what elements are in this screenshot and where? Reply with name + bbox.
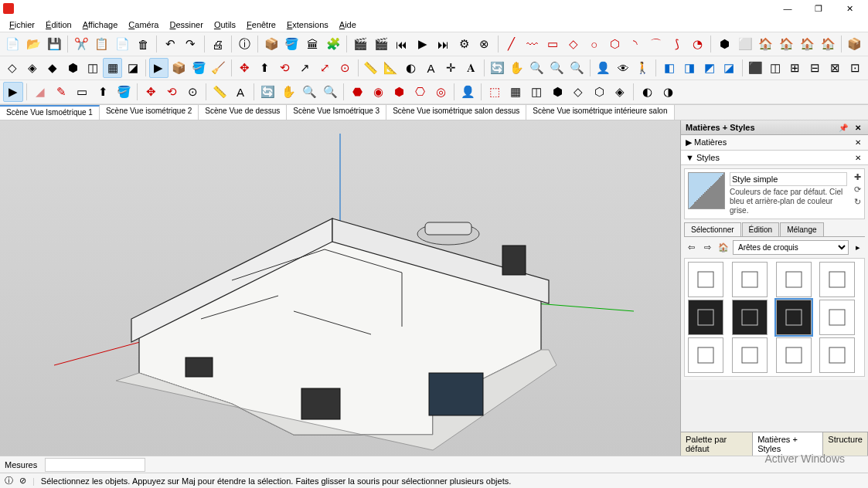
style-cell[interactable] [688, 262, 723, 297]
solid6-icon[interactable]: ⊡ [846, 58, 865, 78]
style-name-input[interactable] [730, 172, 847, 186]
pencil-icon[interactable]: ✎ [51, 82, 71, 102]
left-view-icon[interactable]: 🏠 [818, 34, 838, 54]
sandbox7-icon[interactable]: ◈ [610, 82, 630, 102]
extension-icon[interactable]: 🧩 [324, 34, 344, 54]
extra2-icon[interactable]: ◑ [658, 82, 678, 102]
status-help-icon[interactable]: ⊘ [19, 476, 26, 486]
section-icon[interactable]: ◧ [659, 58, 679, 78]
style-cell[interactable] [819, 262, 855, 297]
position-camera-icon[interactable]: 👤 [594, 58, 613, 78]
scene-delete-icon[interactable]: ⊗ [475, 34, 495, 54]
text2-icon[interactable]: A [230, 82, 250, 102]
save-icon[interactable]: 💾 [45, 34, 65, 54]
shape2-icon[interactable]: ◈ [23, 58, 43, 78]
move2-icon[interactable]: ✥ [141, 82, 161, 102]
delete-icon[interactable]: 🗑 [134, 34, 154, 54]
user-icon[interactable]: 👤 [458, 82, 478, 102]
section-styles-close-icon[interactable]: ✕ [853, 154, 863, 162]
menu-draw[interactable]: Dessiner [165, 19, 207, 31]
dimension-icon[interactable]: 📐 [381, 58, 400, 78]
select-tool-icon[interactable]: ▶ [149, 58, 168, 78]
minimize-button[interactable]: — [772, 0, 803, 17]
style-cell[interactable] [732, 262, 768, 297]
plugin5-icon[interactable]: ◎ [431, 82, 451, 102]
plugin4-icon[interactable]: ⎔ [410, 82, 430, 102]
scene-tab-2[interactable]: Scène Vue isométrique 2 [100, 105, 199, 120]
copy-icon[interactable]: 📋 [92, 34, 112, 54]
paint2-icon[interactable]: 🪣 [114, 82, 134, 102]
shape5-icon[interactable]: ◫ [83, 58, 102, 78]
sandbox6-icon[interactable]: ⬡ [589, 82, 609, 102]
arc2-icon[interactable]: ⌒ [646, 34, 666, 54]
measures-input[interactable] [45, 458, 145, 472]
style-cell[interactable] [688, 337, 723, 373]
pan-icon[interactable]: ✋ [507, 58, 526, 78]
sandbox2-icon[interactable]: ▦ [505, 82, 526, 102]
pin-icon[interactable]: 📌 [836, 124, 850, 132]
nav-home-icon[interactable]: 🏠 [717, 241, 730, 255]
nav-forward-icon[interactable]: ⇨ [700, 241, 714, 255]
scene-tab-3[interactable]: Scène Vue de dessus [199, 105, 287, 120]
zoom2-icon[interactable]: 🔍 [299, 82, 319, 102]
protractor-icon[interactable]: ◐ [401, 58, 420, 78]
warehouse-icon[interactable]: 🏛 [303, 34, 323, 54]
menu-help[interactable]: Aide [335, 19, 361, 31]
scene-tab-4[interactable]: Scène Vue Ismoétrique 3 [287, 105, 386, 120]
text-icon[interactable]: A [421, 58, 441, 78]
scene-tab-1[interactable]: Scène Vue Ismoétrique 1 [0, 105, 100, 120]
3dtext-icon[interactable]: 𝐀 [461, 58, 481, 78]
select-arrow-icon[interactable]: ▶ [3, 82, 23, 102]
axes-icon[interactable]: ✛ [441, 58, 461, 78]
model-info-icon[interactable]: ⓘ [235, 34, 255, 54]
style-tab-select[interactable]: Sélectionner [684, 222, 741, 236]
menu-camera[interactable]: Caméra [124, 19, 163, 31]
eraser-icon[interactable]: 🧹 [209, 58, 229, 78]
solid1-icon[interactable]: ⬛ [746, 58, 765, 78]
new-file-icon[interactable]: 📄 [3, 34, 23, 54]
shape4-icon[interactable]: ⬢ [63, 58, 83, 78]
sandbox5-icon[interactable]: ◇ [568, 82, 588, 102]
menu-window[interactable]: Fenêtre [242, 19, 281, 31]
tray-tab-default[interactable]: Palette par défaut [681, 432, 753, 456]
tape-icon[interactable]: 📏 [361, 58, 380, 78]
freehand-icon[interactable]: 〰 [523, 34, 543, 54]
scene-next-icon[interactable]: ⏭ [433, 34, 453, 54]
style-tab-mix[interactable]: Mélange [780, 222, 823, 236]
style-cell[interactable] [776, 337, 812, 373]
style-cell[interactable] [776, 262, 812, 297]
pushpull2-icon[interactable]: ⬆ [93, 82, 113, 102]
style-cell[interactable] [819, 300, 855, 335]
top-view-icon[interactable]: ⬜ [735, 34, 755, 54]
look-around-icon[interactable]: 👁 [614, 58, 633, 78]
menu-view[interactable]: Affichage [78, 19, 123, 31]
section-fill-icon[interactable]: ◪ [720, 58, 739, 78]
menu-tools[interactable]: Outils [209, 19, 240, 31]
style-collection-dropdown[interactable]: Arêtes de croquis [733, 240, 849, 255]
style-cell[interactable] [688, 300, 723, 335]
style-cell[interactable] [819, 337, 855, 373]
paint-bucket-icon[interactable]: 🪣 [189, 58, 209, 78]
pie-icon[interactable]: ◔ [688, 34, 708, 54]
plugin3-icon[interactable]: ⬢ [389, 82, 409, 102]
sandbox1-icon[interactable]: ⬚ [485, 82, 505, 102]
shape3-icon[interactable]: ◆ [43, 58, 63, 78]
sandbox3-icon[interactable]: ◫ [526, 82, 546, 102]
section-styles[interactable]: ▼ Styles ✕ [681, 151, 868, 165]
scene-prev-icon[interactable]: ⏮ [392, 34, 412, 54]
maximize-button[interactable]: ❐ [803, 0, 834, 17]
make-component-icon[interactable]: 📦 [169, 58, 189, 78]
component-icon[interactable]: 📦 [261, 34, 281, 54]
walk-icon[interactable]: 🚶 [634, 58, 653, 78]
section-cut-icon[interactable]: ◩ [700, 58, 719, 78]
back-view-icon[interactable]: 🏠 [797, 34, 817, 54]
close-button[interactable]: ✕ [834, 0, 865, 17]
shape6-icon[interactable]: ▦ [103, 58, 122, 78]
scene-play-icon[interactable]: ▶ [413, 34, 433, 54]
offset2-icon[interactable]: ⊙ [182, 82, 203, 102]
rectangle-icon[interactable]: ▭ [543, 34, 563, 54]
pan2-icon[interactable]: ✋ [278, 82, 298, 102]
3d-viewport[interactable] [0, 120, 680, 456]
rect2-icon[interactable]: ▭ [72, 82, 92, 102]
section-display-icon[interactable]: ◨ [679, 58, 699, 78]
